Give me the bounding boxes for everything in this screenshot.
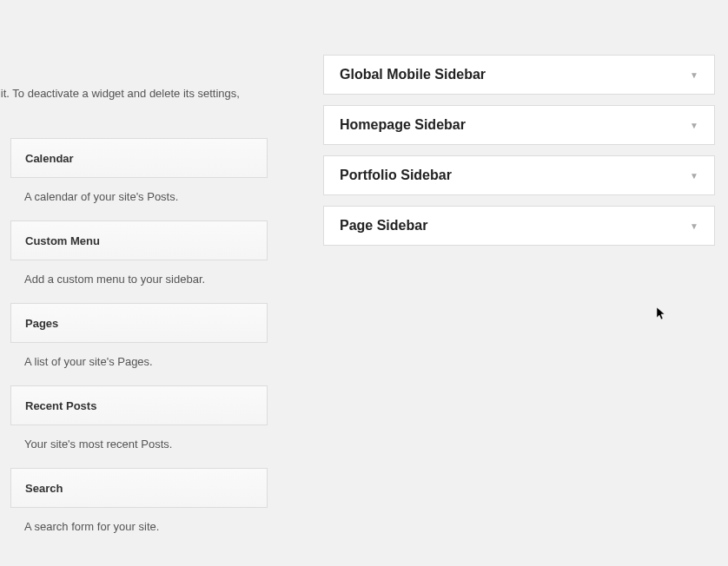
widget-description: Your site's most recent Posts. (10, 425, 268, 468)
widget-search-header[interactable]: Search (10, 468, 268, 508)
sidebar-header-page[interactable]: Page Sidebar ▼ (324, 207, 714, 245)
chevron-down-icon: ▼ (690, 70, 698, 80)
widget-title: Custom Menu (25, 234, 100, 247)
sidebar-title: Page Sidebar (340, 218, 427, 234)
widget-title: Search (25, 482, 63, 495)
widget-search: Search A search form for your site. (10, 468, 268, 550)
widget-pages: Pages A list of your site's Pages. (10, 303, 268, 385)
sidebar-areas-panel: Global Mobile Sidebar ▼ Homepage Sidebar… (278, 0, 728, 566)
sidebar-area-page: Page Sidebar ▼ (323, 206, 715, 246)
widget-custom-menu-header[interactable]: Custom Menu (10, 220, 268, 260)
sidebar-title: Homepage Sidebar (340, 117, 466, 133)
widget-pages-header[interactable]: Pages (10, 303, 268, 343)
chevron-down-icon: ▼ (690, 171, 698, 181)
widgets-intro-text: n it. To deactivate a widget and delete … (0, 87, 268, 100)
widget-calendar-header[interactable]: Calendar (10, 138, 268, 178)
sidebar-header-global-mobile[interactable]: Global Mobile Sidebar ▼ (324, 56, 714, 94)
available-widgets-panel: n it. To deactivate a widget and delete … (0, 0, 278, 566)
widget-description: A search form for your site. (10, 508, 268, 550)
widget-title: Pages (25, 317, 58, 330)
sidebar-title: Global Mobile Sidebar (340, 67, 486, 82)
widget-recent-posts-header[interactable]: Recent Posts (10, 385, 268, 425)
sidebar-area-portfolio: Portfolio Sidebar ▼ (323, 155, 715, 195)
widget-title: Recent Posts (25, 399, 96, 412)
sidebar-area-homepage: Homepage Sidebar ▼ (323, 105, 715, 145)
widget-description: A list of your site's Pages. (10, 343, 268, 385)
widget-description: Add a custom menu to your sidebar. (10, 260, 268, 303)
widget-title: Calendar (25, 152, 74, 165)
widget-description: A calendar of your site's Posts. (10, 178, 268, 220)
widget-custom-menu: Custom Menu Add a custom menu to your si… (10, 220, 268, 303)
widget-calendar: Calendar A calendar of your site's Posts… (10, 138, 268, 220)
widget-recent-posts: Recent Posts Your site's most recent Pos… (10, 385, 268, 468)
sidebar-header-homepage[interactable]: Homepage Sidebar ▼ (324, 106, 714, 144)
chevron-down-icon: ▼ (690, 221, 698, 231)
sidebar-area-global-mobile: Global Mobile Sidebar ▼ (323, 55, 715, 95)
sidebar-header-portfolio[interactable]: Portfolio Sidebar ▼ (324, 156, 714, 194)
chevron-down-icon: ▼ (690, 121, 698, 130)
sidebar-title: Portfolio Sidebar (340, 168, 452, 183)
